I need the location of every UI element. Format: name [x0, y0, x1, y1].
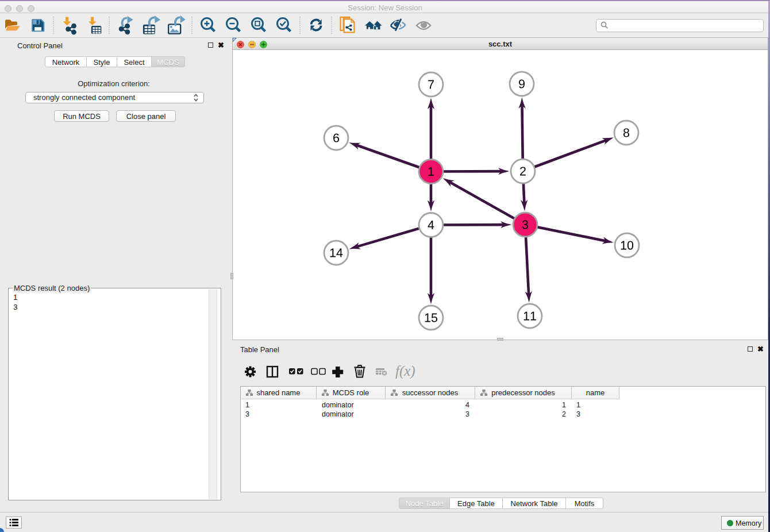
svg-text:f(x): f(x) — [395, 363, 415, 379]
